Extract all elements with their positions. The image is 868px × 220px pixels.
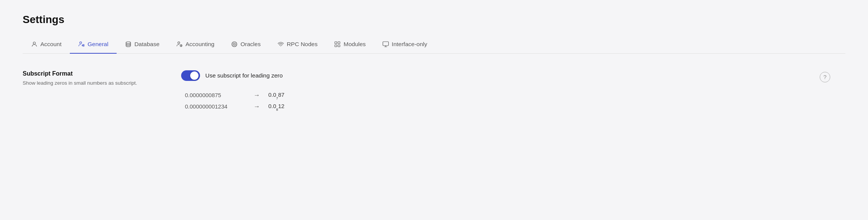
svg-rect-14 bbox=[383, 42, 389, 46]
wifi-svg bbox=[277, 41, 284, 48]
tab-modules[interactable]: Modules bbox=[326, 37, 374, 54]
svg-rect-13 bbox=[338, 45, 340, 47]
wifi-icon bbox=[277, 41, 284, 48]
svg-point-1 bbox=[80, 42, 82, 44]
general-svg bbox=[78, 41, 85, 48]
svg-point-6 bbox=[234, 43, 235, 45]
database-svg bbox=[125, 41, 132, 48]
setting-description: Show leading zeros in small numbers as s… bbox=[23, 79, 151, 87]
svg-rect-11 bbox=[338, 42, 340, 43]
setting-label-col: Subscript Format Show leading zeros in s… bbox=[23, 70, 151, 87]
tab-oracles[interactable]: Oracles bbox=[223, 37, 269, 54]
svg-point-3 bbox=[126, 42, 131, 43]
subscript-format-row: Subscript Format Show leading zeros in s… bbox=[23, 70, 845, 110]
tab-interface-only[interactable]: Interface-only bbox=[374, 37, 436, 54]
svg-point-0 bbox=[33, 42, 35, 44]
help-icon-col: ? bbox=[820, 70, 845, 82]
example-row-2: 0.000000001234 → 0.0812 bbox=[185, 103, 790, 110]
tab-account-label: Account bbox=[40, 41, 62, 48]
accounting-svg bbox=[176, 41, 183, 48]
person-icon bbox=[31, 41, 38, 48]
tab-accounting[interactable]: Accounting bbox=[168, 37, 223, 54]
svg-point-2 bbox=[83, 45, 84, 46]
page-title: Settings bbox=[23, 14, 845, 26]
tab-account[interactable]: Account bbox=[23, 37, 70, 54]
example-1-input: 0.0000000875 bbox=[185, 92, 245, 98]
tab-database-label: Database bbox=[134, 41, 159, 48]
help-icon-label: ? bbox=[823, 74, 826, 80]
svg-point-9 bbox=[280, 46, 281, 47]
interface-svg bbox=[382, 41, 389, 48]
oracles-svg bbox=[231, 41, 238, 48]
content-area: Subscript Format Show leading zeros in s… bbox=[23, 54, 845, 110]
example-row-1: 0.0000000875 → 0.0787 bbox=[185, 91, 790, 99]
accounting-icon bbox=[176, 41, 183, 48]
tab-general[interactable]: General bbox=[70, 37, 117, 54]
person-gear-icon bbox=[78, 41, 85, 48]
setting-control-col: Use subscript for leading zero 0.0000000… bbox=[181, 70, 790, 110]
tab-accounting-label: Accounting bbox=[186, 41, 215, 48]
tab-rpc-nodes-label: RPC Nodes bbox=[287, 41, 318, 48]
example-1-output: 0.0787 bbox=[268, 91, 285, 99]
tab-oracles-label: Oracles bbox=[240, 41, 260, 48]
toggle-label: Use subscript for leading zero bbox=[205, 72, 283, 79]
tab-modules-label: Modules bbox=[343, 41, 366, 48]
svg-rect-12 bbox=[335, 45, 337, 47]
subscript-2: 8 bbox=[276, 108, 278, 112]
account-svg bbox=[31, 41, 38, 48]
tab-general-label: General bbox=[88, 41, 108, 48]
subscript-1: 7 bbox=[276, 96, 278, 100]
svg-point-7 bbox=[233, 43, 236, 46]
svg-point-4 bbox=[178, 42, 180, 44]
tab-database[interactable]: Database bbox=[117, 37, 168, 54]
help-button[interactable]: ? bbox=[820, 72, 830, 82]
page-container: Settings Account General bbox=[0, 0, 868, 125]
setting-title: Subscript Format bbox=[23, 70, 151, 77]
modules-svg bbox=[334, 41, 341, 48]
tab-rpc-nodes[interactable]: RPC Nodes bbox=[269, 37, 326, 54]
svg-rect-10 bbox=[335, 42, 337, 43]
example-2-output: 0.0812 bbox=[268, 103, 285, 110]
subscript-toggle[interactable] bbox=[181, 70, 200, 81]
arrow-icon-2: → bbox=[254, 103, 260, 110]
tabs-nav: Account General bbox=[23, 37, 845, 54]
monitor-icon bbox=[382, 41, 389, 48]
oracles-icon bbox=[231, 41, 238, 48]
example-2-input: 0.000000001234 bbox=[185, 103, 245, 110]
database-icon bbox=[125, 41, 132, 48]
toggle-row: Use subscript for leading zero bbox=[181, 70, 790, 81]
grid-icon bbox=[334, 41, 341, 48]
examples-col: 0.0000000875 → 0.0787 0.000000001234 → 0… bbox=[181, 91, 790, 110]
tab-interface-only-label: Interface-only bbox=[392, 41, 427, 48]
arrow-icon-1: → bbox=[254, 91, 260, 99]
